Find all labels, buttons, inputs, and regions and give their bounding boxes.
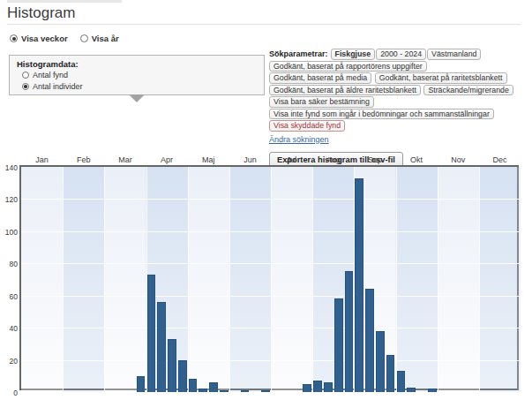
tag-godkänt-baserat-på-raritetsblankett[interactable]: Godkänt, baserat på raritetsblankett — [375, 72, 507, 84]
histogram-bar-slot-17 — [199, 389, 207, 392]
histogram-bar-slot-23 — [261, 390, 270, 392]
month-separator — [438, 167, 438, 392]
month-column-dec — [479, 167, 521, 392]
histogram-bar-slot-13 — [157, 302, 166, 392]
y-tick-120: 120 — [0, 195, 18, 204]
y-tick-40: 40 — [0, 324, 18, 333]
radio-icon[interactable] — [22, 83, 29, 90]
box-pointer-arrow-icon — [129, 94, 145, 102]
histogram-bar-slot-37 — [407, 388, 416, 392]
histogram-bar-slot-30 — [334, 298, 343, 392]
histogram-bar-slot-27 — [303, 384, 311, 392]
month-column-maj — [188, 167, 229, 392]
month-separator — [271, 167, 272, 392]
month-label-sep: Sep — [368, 155, 382, 164]
tag-sträckande-migrerande[interactable]: Sträckande/migrerande — [423, 85, 513, 96]
month-separator — [229, 167, 230, 392]
month-column-okt — [396, 167, 438, 392]
radio-icon[interactable] — [80, 34, 88, 42]
month-column-jun — [229, 167, 271, 392]
histogram-bars-container — [21, 167, 521, 392]
histogram-bar-slot-12 — [147, 275, 156, 392]
gridline-20 — [21, 360, 521, 361]
histogram-bar-slot-28 — [313, 381, 322, 392]
month-column-jul — [271, 167, 312, 392]
month-separator — [312, 167, 313, 392]
month-separator — [188, 167, 189, 392]
month-column-feb — [63, 167, 104, 392]
y-tick-20: 20 — [0, 357, 18, 366]
radio-label: Antal individer — [33, 82, 83, 91]
y-tick-60: 60 — [0, 292, 18, 301]
tag-godkänt-baserat-på-media[interactable]: Godkänt, baserat på media — [269, 72, 371, 84]
histogram-bar-slot-19 — [220, 390, 229, 392]
tag-visa-inte-fynd-som-ingår-i-bedömningar-o[interactable]: Visa inte fynd som ingår i bedömningar o… — [269, 109, 494, 120]
radio-view-0[interactable]: Visa veckor — [10, 34, 68, 43]
radio-icon[interactable] — [10, 34, 18, 42]
histogram-bar-slot-15 — [178, 360, 187, 392]
radio-view-1[interactable]: Visa år — [80, 34, 119, 43]
month-label-mar: Mar — [118, 155, 132, 164]
month-separator — [396, 167, 397, 392]
cropped-header-artifact — [7, 0, 122, 3]
month-label-apr: Apr — [161, 155, 173, 164]
month-label-aug: Aug — [326, 155, 341, 164]
month-separator — [104, 167, 105, 392]
histogram-bar-slot-35 — [386, 355, 395, 392]
title-divider — [7, 24, 521, 25]
month-column-jan — [21, 167, 63, 392]
tag-godkänt-baserat-på-rapportörens-uppgifte[interactable]: Godkänt, baserat på rapportörens uppgift… — [269, 61, 427, 72]
month-column-nov — [438, 167, 479, 392]
histogram-bar-slot-36 — [397, 371, 406, 392]
tag-visa-skyddade-fynd[interactable]: Visa skyddade fynd — [269, 120, 345, 132]
histogram-bar-slot-29 — [324, 382, 333, 392]
month-label-nov: Nov — [451, 155, 465, 164]
histogram-bar-slot-11 — [137, 376, 146, 392]
view-toggle-group: Visa veckorVisa år — [10, 34, 131, 44]
gridline-60 — [21, 296, 521, 297]
histogram-bar-slot-32 — [355, 178, 363, 392]
month-label-dec: Dec — [492, 155, 506, 164]
tag-fiskgjuse[interactable]: Fiskgjuse — [331, 49, 376, 60]
search-parameters-label: Sökparametrar: — [269, 49, 328, 58]
histogram-page: Histogram Visa veckorVisa år Histogramda… — [0, 0, 532, 400]
edit-search-link[interactable]: Ändra sökningen — [269, 134, 329, 146]
histogram-bar-slot-16 — [189, 379, 198, 392]
y-tick-0: 0 — [0, 389, 18, 397]
month-label-jul: Jul — [287, 155, 297, 164]
radio-icon[interactable] — [22, 72, 29, 79]
histogram-data-title: Histogramdata: — [17, 59, 79, 69]
month-separator — [479, 167, 480, 392]
month-label-maj: Maj — [202, 155, 215, 164]
histogram-bar-slot-39 — [428, 389, 437, 392]
gridline-100 — [21, 231, 521, 232]
search-parameters-panel: Sökparametrar:Fiskgjuse2000 - 2024Västma… — [269, 49, 528, 168]
month-label-jun: Jun — [244, 155, 257, 164]
radio-label: Visa veckor — [21, 34, 68, 43]
histogram-data-box: Histogramdata: Antal fyndAntal individer — [9, 55, 265, 95]
gridline-40 — [21, 328, 521, 328]
histogram-bar-slot-34 — [376, 331, 385, 392]
histogram-bar-slot-18 — [209, 382, 218, 392]
y-tick-80: 80 — [0, 260, 18, 268]
tag-2000-2024[interactable]: 2000 - 2024 — [376, 49, 426, 60]
radio-label: Antal fynd — [33, 71, 68, 79]
month-label-jan: Jan — [35, 155, 49, 164]
tag-visa-bara-säker-bestämning[interactable]: Visa bara säker bestämning — [269, 96, 374, 108]
radio-histdata-1[interactable]: Antal individer — [22, 82, 83, 91]
tag-v-stmanland[interactable]: Västmanland — [427, 49, 481, 60]
histogram-bar-slot-33 — [365, 289, 374, 392]
page-title: Histogram — [7, 4, 75, 22]
radio-histdata-0[interactable]: Antal fynd — [22, 71, 68, 79]
gridline-80 — [21, 263, 521, 264]
y-tick-140: 140 — [0, 163, 18, 172]
month-label-okt: Okt — [410, 155, 423, 164]
histogram-bar-slot-14 — [168, 339, 176, 392]
radio-label: Visa år — [92, 34, 119, 43]
month-separator — [63, 167, 64, 392]
histogram-plot-area — [19, 165, 519, 390]
histogram-bar-slot-21 — [241, 390, 250, 392]
tag-godkänt-baserat-på-äldre-raritetsblanket[interactable]: Godkänt, baserat på äldre raritetsblanke… — [269, 85, 421, 96]
gridline-120 — [21, 199, 521, 200]
month-label-feb: Feb — [77, 155, 91, 164]
